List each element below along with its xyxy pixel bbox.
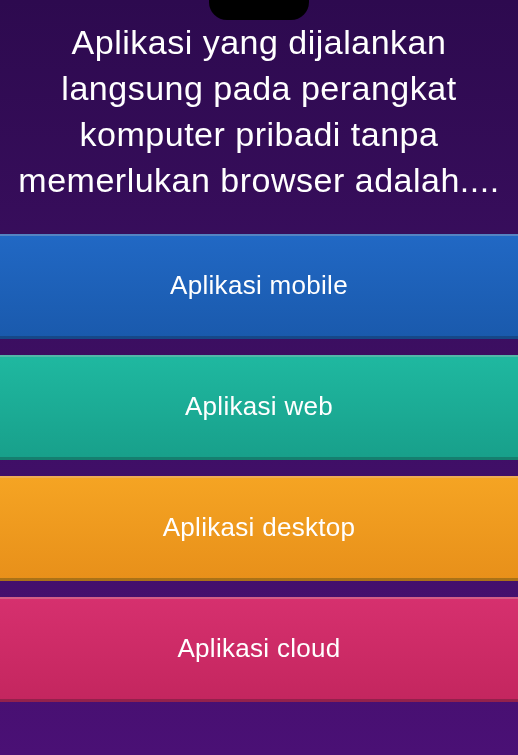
answer-label: Aplikasi cloud	[177, 633, 340, 664]
device-notch	[209, 0, 309, 20]
answer-label: Aplikasi mobile	[170, 270, 348, 301]
answer-option-4[interactable]: Aplikasi cloud	[0, 597, 518, 702]
question-text: Aplikasi yang dijalankan langsung pada p…	[10, 20, 508, 204]
answer-option-2[interactable]: Aplikasi web	[0, 355, 518, 460]
answer-option-3[interactable]: Aplikasi desktop	[0, 476, 518, 581]
question-container: Aplikasi yang dijalankan langsung pada p…	[0, 0, 518, 234]
answer-option-1[interactable]: Aplikasi mobile	[0, 234, 518, 339]
answers-container: Aplikasi mobile Aplikasi web Aplikasi de…	[0, 234, 518, 702]
answer-label: Aplikasi web	[185, 391, 333, 422]
answer-label: Aplikasi desktop	[163, 512, 356, 543]
